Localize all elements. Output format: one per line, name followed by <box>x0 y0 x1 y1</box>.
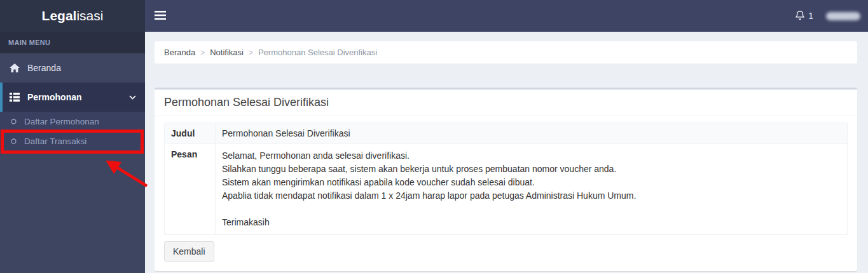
circle-icon <box>11 119 17 124</box>
message-line: Apablia tidak mendapat notifikasi dalam … <box>222 189 841 203</box>
row-label-judul: Judul <box>165 123 216 144</box>
message-line: Silahkan tunggu beberapa saat, sistem ak… <box>222 163 841 176</box>
card-body: Judul Permohonan Selesai Diverifikasi Pe… <box>155 116 857 271</box>
sidebar-item-beranda[interactable]: Beranda <box>0 53 145 83</box>
list-icon <box>9 93 20 102</box>
sidebar-menu: Beranda Permohonan Daftar Permohonan <box>0 53 145 151</box>
breadcrumb-item-beranda[interactable]: Beranda <box>164 48 195 57</box>
chevron-down-icon <box>129 95 136 100</box>
sidebar: Legalisasi MAIN MENU Beranda Permohonan <box>0 0 145 273</box>
sidebar-item-label: Permohonan <box>27 92 82 102</box>
notification-detail-card: Permohonan Selesai Diverifikasi Judul Pe… <box>155 88 857 271</box>
home-icon <box>9 63 20 73</box>
user-menu-redacted[interactable] <box>826 12 860 20</box>
sidebar-toggle-button[interactable] <box>145 0 176 32</box>
circle-icon <box>11 138 17 144</box>
message-line-blank <box>222 203 841 216</box>
sidebar-item-label: Daftar Permohonan <box>24 117 99 126</box>
brand-text-bold: Legal <box>42 8 77 23</box>
brand-text-light: isasi <box>76 8 103 23</box>
content-area: Beranda > Notifikasi > Permohonan Selesa… <box>145 32 868 273</box>
row-label-pesan: Pesan <box>165 144 216 235</box>
breadcrumb-item-current: Permohonan Selesai Diverifikasi <box>258 48 377 57</box>
row-value-judul: Permohonan Selesai Diverifikasi <box>216 123 848 144</box>
breadcrumb-separator: > <box>249 48 253 57</box>
sidebar-item-daftar-transaksi[interactable]: Daftar Transaksi <box>0 131 145 151</box>
page-title: Permohonan Selesai Diverifikasi <box>164 95 848 110</box>
brand-logo[interactable]: Legalisasi <box>0 0 145 32</box>
sidebar-item-daftar-permohonan[interactable]: Daftar Permohonan <box>0 112 145 131</box>
notifications-button[interactable]: 1 <box>796 10 813 22</box>
sidebar-submenu-permohonan: Daftar Permohonan Daftar Transaksi <box>0 112 145 151</box>
breadcrumb-separator: > <box>200 48 205 57</box>
hamburger-icon <box>155 11 166 22</box>
breadcrumb: Beranda > Notifikasi > Permohonan Selesa… <box>155 41 857 63</box>
sidebar-item-label: Beranda <box>27 63 61 73</box>
table-row-pesan: Pesan Selamat, Permohonan anda selesai d… <box>165 144 848 235</box>
sidebar-section-label: MAIN MENU <box>0 32 145 53</box>
message-line: Terimakasih <box>222 216 841 229</box>
back-button[interactable]: Kembali <box>164 241 214 262</box>
top-navbar: 1 <box>145 0 868 32</box>
sidebar-item-label: Daftar Transaksi <box>24 136 86 146</box>
detail-table: Judul Permohonan Selesai Diverifikasi Pe… <box>164 123 848 235</box>
sidebar-item-permohonan[interactable]: Permohonan <box>0 83 145 112</box>
notification-count: 1 <box>808 11 813 21</box>
message-line: Sistem akan mengirimkan notifikasi apabi… <box>222 176 841 189</box>
navbar-right: 1 <box>796 0 860 32</box>
bell-icon <box>796 10 804 22</box>
message-line: Selamat, Permohonan anda selesai diverif… <box>222 149 841 163</box>
breadcrumb-item-notifikasi[interactable]: Notifikasi <box>210 48 244 57</box>
table-row-judul: Judul Permohonan Selesai Diverifikasi <box>165 123 848 144</box>
card-header: Permohonan Selesai Diverifikasi <box>155 90 857 116</box>
row-value-pesan: Selamat, Permohonan anda selesai diverif… <box>216 144 848 235</box>
